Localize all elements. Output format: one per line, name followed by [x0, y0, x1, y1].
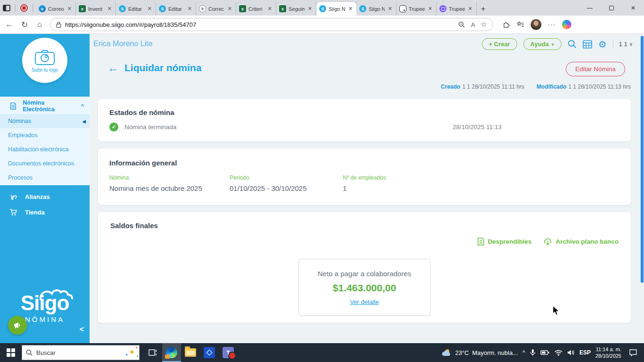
weather-icon — [441, 348, 452, 357]
sidebar-bottom: Alianzas Tienda Siigo NÓMINA < — [0, 185, 90, 343]
language-indicator[interactable]: ESP — [579, 349, 591, 356]
info-col-empleados: Nº de empleados 1 — [343, 174, 386, 192]
active-indicator-icon: ◀ — [82, 119, 86, 124]
workspaces-icon[interactable] — [3, 5, 10, 11]
ver-detalle-link[interactable]: Ver detalle — [350, 298, 379, 305]
recording-indicator-icon[interactable] — [20, 4, 28, 12]
taskbar-search[interactable]: Buscar ✦✦ — [22, 345, 140, 360]
siigo-icon: S — [119, 5, 126, 12]
tab-criterios[interactable]: x Criteri ✕ — [236, 2, 276, 16]
sidebar-nav: Nóminas ◀ Empleados Habilitación electró… — [0, 114, 90, 185]
tab-seguimiento[interactable]: x Seguim ✕ — [276, 2, 316, 16]
start-button[interactable] — [0, 343, 22, 362]
check-circle-icon: ✓ — [109, 123, 118, 132]
close-tab-icon[interactable]: ✕ — [66, 6, 73, 12]
back-icon[interactable]: ← — [5, 20, 14, 29]
search-icon[interactable] — [568, 40, 577, 49]
document-icon — [10, 102, 16, 110]
settings-gear-icon[interactable]: ⚙ — [598, 39, 607, 50]
sidebar-link-alianzas[interactable]: Alianzas — [0, 189, 90, 205]
taskbar-explorer-button[interactable] — [181, 343, 200, 362]
close-tab-icon[interactable]: ✕ — [467, 6, 473, 12]
tab-siigo-nomina-2[interactable]: S Siigo N ✕ — [356, 2, 396, 16]
task-view-icon — [148, 348, 157, 357]
show-hidden-icons[interactable]: ^ — [522, 349, 525, 356]
close-tab-icon[interactable]: ✕ — [187, 6, 193, 12]
read-aloud-icon[interactable]: A — [471, 21, 475, 28]
refresh-icon[interactable]: ↻ — [20, 20, 29, 30]
ayuda-button[interactable]: Ayuda ∨ — [523, 38, 561, 50]
tab-editar-1[interactable]: S Editar ✕ — [116, 2, 156, 16]
restore-button[interactable] — [601, 0, 622, 16]
page-scrollbar[interactable] — [641, 36, 644, 283]
neto-a-pagar-box: Neto a pagar a colaboradores $1.463.000,… — [298, 259, 430, 316]
close-window-button[interactable]: ✕ — [622, 0, 644, 16]
battery-icon[interactable] — [540, 350, 550, 355]
close-tab-icon[interactable]: ✕ — [307, 6, 313, 12]
notifications-badge[interactable]: 1 1 ∨ — [613, 41, 633, 48]
weather-widget[interactable]: 23°C Mayorm. nubla... — [441, 348, 518, 357]
volume-icon[interactable] — [567, 349, 575, 356]
crear-button[interactable]: + Crear — [482, 38, 517, 50]
announcements-button[interactable] — [8, 316, 27, 335]
sidebar-item-habilitacion[interactable]: Habilitación electrónica — [0, 142, 90, 156]
tab-trupee-1[interactable]: Trupee ✕ — [396, 2, 437, 16]
close-tab-icon[interactable]: ✕ — [227, 6, 233, 12]
sidebar-item-documentos[interactable]: Documentos electrónicos — [0, 156, 90, 171]
close-tab-icon[interactable]: ✕ — [147, 6, 153, 12]
sidebar-item-procesos[interactable]: Procesos — [0, 171, 90, 185]
action-center-button[interactable] — [626, 343, 640, 362]
copilot-icon[interactable] — [562, 20, 571, 29]
new-tab-button[interactable]: + — [477, 2, 490, 16]
task-view-button[interactable] — [143, 343, 162, 362]
calendar-icon[interactable] — [583, 40, 592, 49]
sidebar-section-nomina-electronica[interactable]: Nómina Electrónica ^ — [0, 99, 90, 113]
info-col-periodo: Periodo 01/10/2025 - 30/10/2025 — [230, 174, 343, 192]
excel-icon: x — [79, 5, 86, 12]
archivo-plano-banco-link[interactable]: Archivo plano banco — [544, 238, 619, 246]
browser-menu-icon[interactable]: ··· — [548, 21, 556, 28]
tab-correo[interactable]: o Correo ✕ — [36, 2, 76, 16]
collections-icon[interactable] — [516, 21, 524, 28]
tabstrip-left — [0, 0, 36, 16]
tab-inventario[interactable]: x Invent ✕ — [76, 2, 116, 16]
sidebar-item-nominas[interactable]: Nóminas ◀ — [0, 114, 90, 128]
editar-nomina-button[interactable]: Editar Nómina — [566, 62, 625, 76]
tab-siigo-nomina-active[interactable]: S Siigo N ✕ — [316, 2, 356, 16]
close-tab-icon[interactable]: ✕ — [107, 6, 113, 12]
close-tab-icon[interactable]: ✕ — [427, 6, 433, 12]
wifi-icon[interactable] — [554, 350, 562, 356]
close-tab-icon[interactable]: ✕ — [387, 6, 393, 12]
sidebar-link-label: Tienda — [25, 209, 45, 216]
taskbar-app-button[interactable] — [200, 343, 219, 362]
minimize-button[interactable]: — — [579, 0, 601, 16]
field-value: 01/10/2025 - 30/10/2025 — [230, 184, 343, 192]
profile-avatar[interactable] — [530, 19, 542, 30]
main-content: Erica Moreno Lite + Crear Ayuda ∨ ⚙ 1 1 … — [90, 34, 644, 343]
sidebar-link-tienda[interactable]: Tienda — [0, 205, 90, 220]
tab-correccion[interactable]: ✳ Correc ✕ — [196, 2, 236, 16]
taskbar-clock[interactable]: 11:14 a. m. 28/10/2025 — [595, 346, 621, 359]
tab-trupee-2[interactable]: Trupee ✕ — [437, 2, 477, 16]
close-tab-icon[interactable]: ✕ — [267, 6, 273, 12]
address-bar[interactable]: https://siigonube.siigo.com/#/payroll/18… — [50, 18, 493, 31]
url-text[interactable]: https://siigonube.siigo.com/#/payroll/18… — [65, 21, 454, 28]
extensions-icon[interactable] — [503, 21, 510, 28]
microphone-icon[interactable] — [530, 349, 536, 356]
collapse-sidebar-icon[interactable]: < — [80, 325, 84, 334]
browser-toolbar: ← ↻ ⌂ https://siigonube.siigo.com/#/payr… — [0, 16, 644, 34]
taskbar-edge-button[interactable] — [162, 343, 181, 362]
desprendibles-link[interactable]: Desprendibles — [478, 238, 531, 246]
close-tab-icon[interactable]: ✕ — [347, 6, 354, 12]
sidebar: Sube tu logo Nómina Electrónica ^ Nómina… — [0, 34, 90, 343]
zoom-out-icon[interactable] — [458, 21, 465, 28]
taskbar-teams-button[interactable]: T — [219, 343, 238, 362]
sidebar-item-empleados[interactable]: Empleados — [0, 128, 90, 142]
status-timestamp: 28/10/2025 11:13 — [453, 123, 502, 131]
back-arrow-icon[interactable]: ← — [107, 63, 119, 73]
upload-logo-button[interactable]: Sube tu logo — [22, 38, 67, 83]
tab-editar-2[interactable]: S Editar ✕ — [156, 2, 196, 16]
favorite-star-icon[interactable]: ☆ — [481, 20, 487, 29]
weather-desc: Mayorm. nubla... — [472, 349, 518, 356]
home-icon[interactable]: ⌂ — [35, 20, 44, 29]
